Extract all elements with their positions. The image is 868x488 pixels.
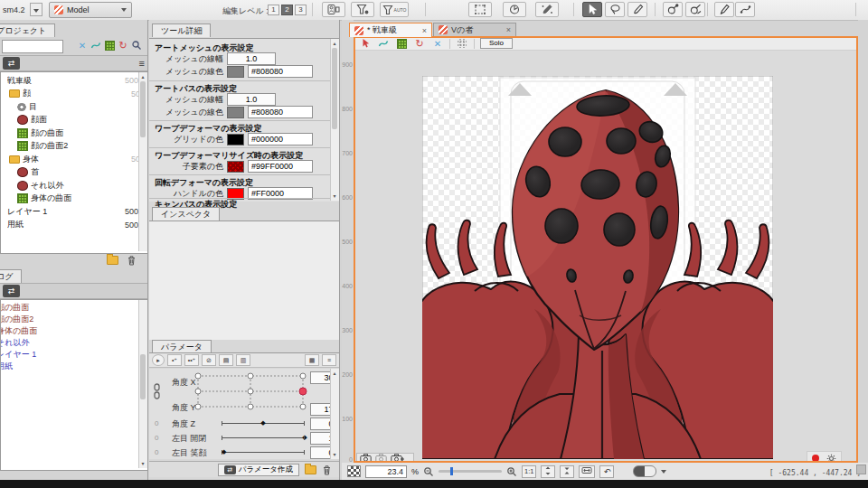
new-folder-icon[interactable]	[107, 256, 118, 265]
scroll-up-icon[interactable]: ▴	[331, 40, 338, 47]
close-tab-icon[interactable]: ×	[422, 26, 427, 35]
brush-tool-button[interactable]	[627, 2, 647, 17]
rotate-deformer-button[interactable]	[503, 2, 526, 17]
tree-row[interactable]: 首500	[1, 166, 148, 180]
log-entry[interactable]: 用紙	[0, 361, 147, 372]
rotate-filter-button[interactable]: ↻	[117, 39, 129, 52]
color-swatch[interactable]	[227, 161, 244, 173]
zoom-in-icon[interactable]	[506, 466, 517, 477]
add-key-button[interactable]: •⁺	[167, 354, 182, 366]
scroll-up-icon[interactable]: ▴	[331, 370, 338, 377]
tree-row[interactable]: レイヤー 1500	[1, 205, 140, 219]
list-view-button[interactable]: ▤	[219, 354, 233, 366]
tab-tool-detail[interactable]: ツール詳細	[152, 23, 211, 37]
tree-row[interactable]: 身体500	[1, 153, 146, 166]
log-entry[interactable]: レイヤー 1	[0, 349, 147, 361]
solo-button[interactable]: Solo	[480, 38, 513, 49]
param-z-slider[interactable]: ◆	[222, 423, 305, 424]
current-keyform-dot[interactable]	[299, 388, 307, 395]
tree-row[interactable]: 顔の曲面2	[1, 140, 148, 154]
actual-size-button[interactable]: 1:1	[522, 465, 536, 478]
pin-funnel-button[interactable]	[351, 2, 374, 17]
arrow-tool-button[interactable]	[582, 2, 602, 17]
slider-handle[interactable]: ◆	[222, 448, 226, 455]
curve-tool-button[interactable]	[735, 2, 755, 17]
path-color-input[interactable]	[248, 106, 313, 118]
add-keys-button[interactable]: ••⁺	[184, 354, 199, 366]
dashed-select-button[interactable]	[468, 2, 492, 17]
create-parameter-button[interactable]: ⇄パラメータ作成	[218, 464, 299, 476]
glue-filter-button[interactable]	[130, 39, 143, 52]
new-folder-icon[interactable]	[305, 465, 316, 474]
avatar-view-button[interactable]	[322, 2, 345, 17]
tree-row[interactable]: 顔の曲面	[1, 127, 148, 140]
glue-tool-button[interactable]	[663, 2, 683, 17]
log-entry[interactable]: 顔の曲面	[0, 302, 147, 314]
canvas-tab[interactable]: Vの者 ×	[433, 23, 516, 37]
scroll-thumb[interactable]	[140, 354, 146, 399]
record-icon[interactable]	[812, 455, 819, 461]
mesh-width-input[interactable]	[227, 52, 276, 65]
color-swatch[interactable]	[227, 134, 244, 145]
scroll-thumb[interactable]	[332, 48, 337, 129]
scroll-thumb[interactable]	[140, 81, 146, 137]
zoom-slider-handle[interactable]	[450, 467, 453, 475]
resize-grip[interactable]	[856, 465, 866, 474]
log-scrollbar[interactable]: ▾	[138, 300, 147, 468]
color-swatch[interactable]	[227, 66, 244, 78]
path-width-input[interactable]	[227, 93, 276, 106]
scroll-down-icon[interactable]: ▾	[331, 451, 338, 458]
trash-icon[interactable]	[127, 255, 137, 266]
glue-edit-tool-button[interactable]	[685, 2, 705, 17]
tree-row[interactable]: 身体の曲面	[1, 192, 148, 206]
scroll-up-icon[interactable]: ▴	[139, 73, 146, 80]
parameter-scrollbar[interactable]: ▴▾	[330, 369, 339, 459]
log-entry[interactable]: 顔の曲面2	[0, 314, 147, 325]
param-eye-open-slider[interactable]: ◆	[222, 437, 305, 438]
rotate-toggle[interactable]: ↻	[413, 38, 426, 49]
tab-parameters[interactable]: パラメータ	[152, 340, 212, 353]
shrink-height-button[interactable]	[560, 465, 574, 478]
detail-view-button[interactable]: ▥	[236, 354, 250, 366]
zoom-percent-value[interactable]: 23.4	[365, 465, 407, 478]
mode-select[interactable]: Model	[49, 2, 132, 18]
tree-row[interactable]: 用紙500	[1, 219, 140, 232]
tree-row[interactable]: 目500	[1, 100, 148, 114]
mesh-toggle[interactable]: ✕	[431, 38, 444, 49]
tab-project[interactable]: プロジェクト	[0, 23, 55, 37]
render-mode-toggle[interactable]	[633, 465, 656, 477]
fit-height-button[interactable]	[541, 465, 555, 478]
warp-toggle[interactable]	[395, 38, 408, 49]
zoom-slider[interactable]	[439, 470, 502, 473]
tree-row[interactable]: それ以外500	[1, 179, 148, 192]
slider-handle[interactable]: ◆	[302, 434, 307, 441]
log-entry[interactable]: それ以外	[0, 337, 147, 349]
tree-row[interactable]: 戦車級500	[1, 74, 140, 88]
close-tab-icon[interactable]: ×	[506, 25, 511, 34]
child-color-input[interactable]	[248, 160, 313, 173]
lasso-tool-button[interactable]	[605, 2, 625, 17]
color-swatch[interactable]	[227, 107, 244, 118]
param-eye-smile-slider[interactable]: ◆	[222, 452, 305, 453]
zoom-out-icon[interactable]	[423, 466, 434, 477]
version-dropdown[interactable]	[30, 3, 42, 16]
tree-row[interactable]: 顔面500	[1, 114, 148, 127]
tab-inspector[interactable]: インスペクタ	[152, 207, 220, 221]
grid-view-button[interactable]: ▦	[305, 354, 319, 366]
keyform-grid[interactable]	[193, 371, 308, 412]
remove-key-button[interactable]: ⊘	[202, 354, 216, 366]
grid-toggle[interactable]	[456, 38, 468, 49]
slider-handle[interactable]: ◆	[260, 419, 265, 427]
camera-add-icon[interactable]	[391, 454, 404, 461]
edit-level-2-button[interactable]: 2	[281, 5, 293, 15]
play-params-button[interactable]: ▸	[152, 354, 165, 366]
grid-color-input[interactable]	[248, 133, 313, 145]
brush-edit-button[interactable]	[535, 2, 559, 17]
fit-width-button[interactable]	[579, 465, 595, 478]
mesh-filter-button[interactable]: ✕	[76, 39, 89, 52]
tool-detail-scrollbar[interactable]: ▴▾	[330, 39, 339, 201]
warp-filter-button[interactable]	[103, 39, 116, 52]
gear-icon[interactable]	[826, 454, 836, 462]
chevron-down-icon[interactable]	[661, 470, 666, 474]
model-viewport[interactable]	[355, 51, 856, 461]
